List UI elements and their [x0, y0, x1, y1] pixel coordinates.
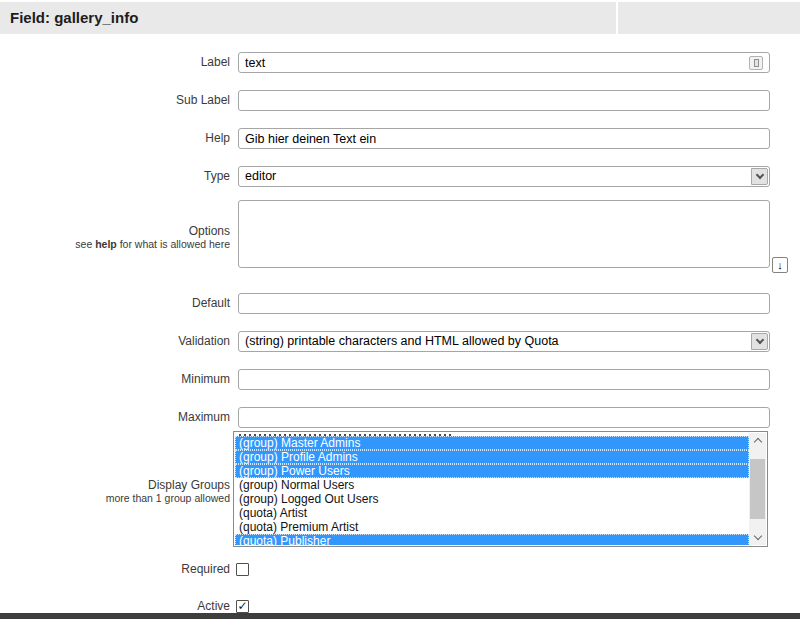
options-textarea[interactable] [238, 200, 770, 268]
type-select-dropdown-button[interactable] [751, 168, 768, 185]
default-field-label: Default [0, 293, 230, 314]
field-editor-page: Field: gallery_info Label Sub Label Help… [0, 0, 800, 619]
options-field-label: Options see help for what is allowed her… [0, 224, 230, 250]
sub-label-input[interactable] [238, 90, 770, 111]
scrollbar-down-button[interactable] [749, 529, 766, 545]
display-groups-options: (group) Master Admins(group) Profile Adm… [235, 433, 749, 545]
autofill-icon[interactable] [749, 56, 763, 70]
chevron-down-icon [753, 532, 761, 540]
clipped-text-fragment [239, 434, 451, 436]
label-input[interactable] [238, 52, 770, 73]
autofill-icon-glyph [754, 59, 759, 67]
type-select-value: editor [245, 167, 276, 186]
options-field-note: see help for what is allowed here [0, 238, 230, 250]
default-input[interactable] [238, 293, 770, 314]
listbox-option[interactable]: (quota) Premium Artist [235, 520, 749, 534]
minimum-field-label: Minimum [0, 369, 230, 390]
page-header: Field: gallery_info [0, 2, 800, 34]
listbox-option[interactable]: (quota) Publisher [235, 534, 749, 545]
validation-select-dropdown-button[interactable] [751, 333, 768, 350]
page-title: Field: gallery_info [10, 2, 138, 34]
listbox-option[interactable]: (group) Normal Users [235, 478, 749, 492]
scroll-down-button[interactable]: ↓ [772, 257, 788, 273]
minimum-input[interactable] [238, 369, 770, 390]
help-field-label: Help [0, 128, 230, 149]
header-divider [616, 2, 618, 34]
validation-select[interactable]: (string) printable characters and HTML a… [238, 331, 770, 352]
down-arrow-icon: ↓ [777, 259, 783, 271]
display-groups-field-label: Display Groups more than 1 group allowed [0, 478, 230, 504]
active-field-label: Active [0, 600, 230, 613]
validation-field-label: Validation [0, 331, 230, 352]
listbox-scrollbar[interactable] [749, 433, 766, 545]
active-checkbox[interactable]: ✓ [236, 600, 249, 613]
chevron-down-icon [755, 171, 763, 179]
help-input[interactable] [238, 128, 770, 149]
listbox-option[interactable]: (group) Power Users [235, 464, 749, 478]
display-groups-note: more than 1 group allowed [0, 492, 230, 504]
type-field-label: Type [0, 166, 230, 187]
required-field-label: Required [0, 563, 230, 576]
validation-select-value: (string) printable characters and HTML a… [245, 332, 559, 351]
listbox-option[interactable]: (group) Logged Out Users [235, 492, 749, 506]
chevron-down-icon [755, 336, 763, 344]
maximum-field-label: Maximum [0, 407, 230, 428]
type-select[interactable]: editor [238, 166, 770, 187]
display-groups-listbox[interactable]: (group) Master Admins(group) Profile Adm… [233, 431, 768, 547]
required-checkbox[interactable] [236, 563, 249, 576]
clipped-list-item[interactable] [235, 433, 749, 436]
bottom-section-bar [0, 613, 800, 619]
listbox-option[interactable]: (group) Profile Admins [235, 450, 749, 464]
listbox-option[interactable]: (group) Master Admins [235, 436, 749, 450]
maximum-input[interactable] [238, 407, 770, 428]
listbox-option[interactable]: (quota) Artist [235, 506, 749, 520]
chevron-up-icon [753, 438, 761, 446]
sub-label-field-label: Sub Label [0, 90, 230, 111]
scrollbar-up-button[interactable] [749, 433, 766, 449]
label-field-label: Label [0, 52, 230, 73]
scrollbar-thumb[interactable] [750, 459, 765, 519]
